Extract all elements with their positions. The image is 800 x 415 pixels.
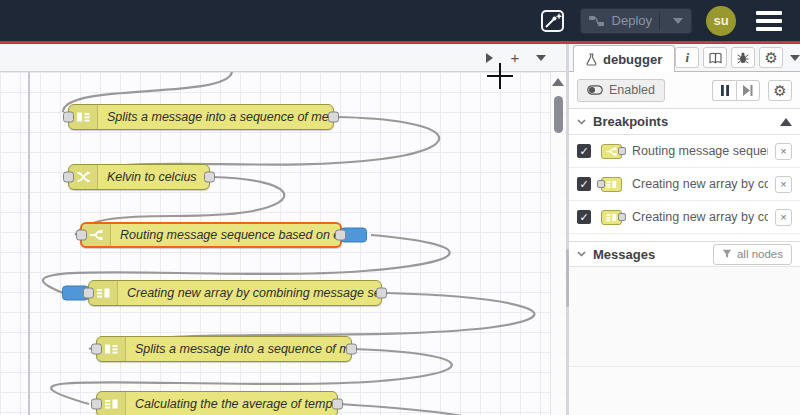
add-flow-button[interactable]: + [504,47,526,69]
flask-icon [586,53,597,66]
switch-node-mini-icon [598,143,625,160]
output-port[interactable] [328,112,339,123]
input-port[interactable] [91,344,102,355]
node-label: Splits a message into a sequence of mess… [98,110,333,124]
flow-node-join-1[interactable]: Creating new array by combining message … [88,280,382,306]
output-port[interactable] [204,172,215,183]
sidebar-tab-menu-icon[interactable] [787,47,800,68]
output-port[interactable] [335,230,346,241]
export-chart-icon[interactable] [540,8,566,34]
remove-breakpoint-button[interactable]: × [775,176,792,193]
breakpoint-row[interactable]: ✓ Creating new array by combini × [569,168,800,201]
messages-section-header[interactable]: Messages all nodes [569,241,800,267]
flow-node-switch[interactable]: Routing message sequence based on condit… [80,222,342,248]
debugger-toolbar: Enabled ⚙ [569,72,800,109]
breakpoint-row[interactable]: ✓ Creating new array by combini × [569,201,800,234]
flow-node-join-2[interactable]: Calculating the the average of temperatu… [96,391,338,415]
gear-icon: ⚙ [773,83,786,98]
debug-step-controls [712,80,760,101]
remove-breakpoint-button[interactable]: × [775,209,792,226]
deploy-caret-icon[interactable] [673,18,683,24]
node-red-app: Deploy su + [0,0,800,415]
sidebar-tab-bar: debugger i ⚙ [569,44,800,72]
step-button[interactable] [736,80,760,101]
output-port[interactable] [376,288,387,299]
breakpoint-label: Creating new array by combini [632,177,768,191]
scrollbar-thumb[interactable] [554,96,563,133]
flow-canvas[interactable]: + [0,44,566,415]
scroll-up-icon[interactable] [552,78,564,86]
user-avatar[interactable]: su [706,6,736,36]
node-label: Splits a message into a sequence of mess… [126,342,351,356]
breakpoint-label: Creating new array by combini [632,210,768,224]
deploy-button[interactable]: Deploy [580,8,692,34]
breakpoint-row[interactable]: ✓ Routing message sequence ba × [569,135,800,168]
tab-debugger-label: debugger [603,52,662,67]
breakpoint-checkbox[interactable]: ✓ [577,210,591,224]
input-port[interactable] [83,288,94,299]
filter-funnel-icon [722,249,732,259]
join-node-mini-icon [598,176,625,193]
tab-debugger[interactable]: debugger [573,45,675,72]
filter-label: all nodes [737,248,783,260]
sidebar-filler [569,367,800,415]
help-tab-button[interactable] [703,47,727,68]
avatar-initials: su [713,13,728,28]
breakpoint-checkbox[interactable]: ✓ [577,177,591,191]
bug-icon [737,51,749,64]
config-tab-button[interactable]: ⚙ [759,47,783,68]
pause-button[interactable] [712,80,736,101]
main-menu-icon[interactable] [750,7,788,35]
deploy-node-icon [589,15,605,27]
messages-empty-list [569,267,800,367]
canvas-scrollbar[interactable] [550,72,565,415]
node-label: Kelvin to celcius [98,170,207,184]
app-header: Deploy su [0,0,800,41]
messages-title: Messages [593,247,655,262]
flow-list-icon[interactable] [530,47,552,69]
workspace-tab-bar: + [0,44,566,72]
breakpoints-section-header[interactable]: Breakpoints [569,109,800,135]
output-port[interactable] [346,344,357,355]
book-icon [709,52,722,64]
workspace-left-edge [28,72,30,415]
node-label: Routing message sequence based on condit… [111,228,340,242]
workspace-grid[interactable]: Splits a message into a sequence of mess… [0,72,566,415]
step-forward-icon [743,85,753,96]
flow-node-change[interactable]: Kelvin to celcius [68,164,210,190]
breakpoint-label: Routing message sequence ba [632,144,768,158]
input-port[interactable] [91,399,102,410]
enabled-label: Enabled [609,83,655,97]
toggle-icon [587,85,603,95]
flow-node-split-1[interactable]: Splits a message into a sequence of mess… [68,104,334,130]
messages-filter-button[interactable]: all nodes [713,244,792,265]
debugger-enabled-toggle[interactable]: Enabled [577,79,665,102]
input-port[interactable] [63,172,74,183]
input-port[interactable] [63,112,74,123]
info-tab-button[interactable]: i [675,47,699,68]
flow-node-split-2[interactable]: Splits a message into a sequence of mess… [96,336,352,362]
breakpoints-title: Breakpoints [593,114,668,129]
chevron-down-icon [577,251,586,257]
chevron-down-icon [577,119,586,125]
breakpoint-checkbox[interactable]: ✓ [577,144,591,158]
debugger-settings-button[interactable]: ⚙ [768,80,792,101]
input-port[interactable] [76,230,87,241]
remove-breakpoint-button[interactable]: × [775,143,792,160]
node-label: Creating new array by combining message … [118,286,381,300]
gear-icon: ⚙ [765,50,778,65]
tab-scroll-right-icon[interactable] [478,47,500,69]
pause-icon [721,85,729,96]
sidebar-scroll-up-icon[interactable] [780,118,792,126]
deploy-separator [659,12,660,30]
node-label: Calculating the the average of temperatu… [126,397,337,411]
deploy-label: Deploy [612,13,652,28]
sidebar: debugger i ⚙ Enabled [569,44,800,415]
output-port[interactable] [332,399,343,410]
debug-tab-button[interactable] [731,47,755,68]
join-node-mini-icon [598,209,625,226]
